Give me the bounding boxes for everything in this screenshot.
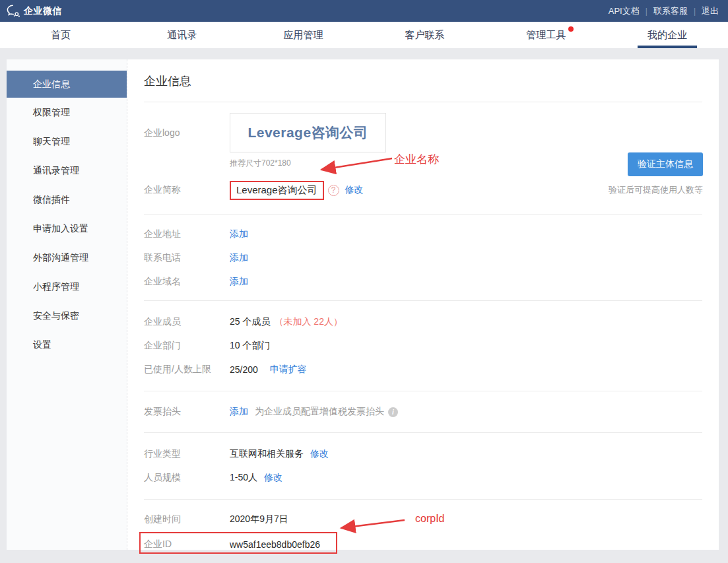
sidebar-item-chat-management[interactable]: 聊天管理: [7, 127, 127, 156]
sidebar-item-join-settings[interactable]: 申请加入设置: [7, 214, 127, 243]
brand-label: 企业微信: [24, 5, 62, 17]
tab-app-management[interactable]: 应用管理: [243, 22, 364, 48]
field-label: 人员规模: [144, 472, 230, 484]
content-card: 企业信息 权限管理 聊天管理 通讯录管理 微信插件 申请加入设置 外部沟通管理 …: [7, 59, 719, 550]
tab-label: 首页: [51, 29, 71, 42]
help-icon[interactable]: ?: [328, 185, 339, 196]
wework-logo-icon: [7, 5, 20, 18]
add-domain-link[interactable]: 添加: [230, 276, 248, 288]
main-nav: 首页 通讯录 应用管理 客户联系 管理工具 我的企业: [0, 22, 728, 48]
scale-row: 人员规模 1-50人 修改: [144, 466, 702, 490]
field-label: 企业logo: [144, 113, 230, 139]
topbar-link-support[interactable]: 联系客服: [653, 5, 688, 17]
tab-label: 通讯录: [167, 29, 197, 42]
separator: |: [694, 7, 696, 16]
field-label: 企业简称: [144, 184, 230, 196]
capacity-row: 已使用/人数上限 25/200 申请扩容: [144, 358, 702, 381]
not-joined-note: （未加入 22人）: [274, 316, 342, 328]
members-count: 25 个成员: [230, 316, 270, 328]
topbar: 企业微信 API文档 | 联系客服 | 退出: [0, 0, 728, 22]
annotation-box-company-name: Leverage咨询公司: [230, 181, 324, 200]
add-address-link[interactable]: 添加: [230, 228, 248, 240]
tab-admin-tools[interactable]: 管理工具: [485, 22, 607, 48]
brand: 企业微信: [7, 5, 62, 18]
company-address-row: 企业地址 添加: [144, 222, 702, 246]
industry-row: 行业类型 互联网和相关服务 修改: [144, 442, 702, 466]
members-row: 企业成员 25 个成员 （未加入 22人）: [144, 310, 702, 334]
field-label: 企业部门: [144, 340, 230, 352]
tab-label: 应用管理: [284, 29, 323, 42]
edit-scale-link[interactable]: 修改: [264, 472, 282, 484]
sidebar-item-settings[interactable]: 设置: [7, 330, 127, 359]
created-time-value: 2020年9月7日: [230, 513, 288, 525]
topbar-link-logout[interactable]: 退出: [702, 5, 719, 17]
tab-label: 我的企业: [647, 29, 687, 42]
sidebar: 企业信息 权限管理 聊天管理 通讯录管理 微信插件 申请加入设置 外部沟通管理 …: [7, 59, 127, 550]
contact-phone-row: 联系电话 添加: [144, 246, 702, 270]
tab-label: 管理工具: [526, 29, 566, 42]
industry-value: 互联网和相关服务: [230, 448, 304, 460]
verify-subject-button[interactable]: 验证主体信息: [628, 152, 703, 176]
tab-contacts[interactable]: 通讯录: [121, 22, 243, 48]
corpid-row: 企业ID ww5af1eeb8db0efb26: [144, 533, 702, 556]
add-phone-link[interactable]: 添加: [230, 252, 248, 264]
field-label: 发票抬头: [144, 406, 230, 418]
edit-shortname-link[interactable]: 修改: [345, 184, 364, 196]
sidebar-item-contacts-management[interactable]: 通讯录管理: [7, 156, 127, 185]
topbar-link-api-docs[interactable]: API文档: [609, 5, 640, 17]
red-dot-badge: [568, 26, 574, 32]
field-label: 企业地址: [144, 228, 230, 240]
corpid-value: ww5af1eeb8db0efb26: [230, 539, 320, 550]
tab-label: 客户联系: [405, 29, 444, 42]
sidebar-item-wechat-plugin[interactable]: 微信插件: [7, 185, 127, 214]
info-icon[interactable]: i: [388, 407, 398, 417]
add-invoice-link[interactable]: 添加: [230, 406, 248, 418]
sidebar-item-security[interactable]: 安全与保密: [7, 301, 127, 330]
section-meta: 创建时间 2020年9月7日 企业ID ww5af1eeb8db0efb26: [144, 500, 702, 556]
company-logo[interactable]: Leverage咨询公司: [230, 113, 386, 152]
field-label: 联系电话: [144, 252, 230, 264]
sidebar-item-external-communication[interactable]: 外部沟通管理: [7, 243, 127, 272]
sidebar-item-permissions[interactable]: 权限管理: [7, 98, 127, 127]
sidebar-item-company-info[interactable]: 企业信息: [7, 71, 127, 98]
company-domain-row: 企业域名 添加: [144, 270, 702, 294]
invoice-row: 发票抬头 添加 为企业成员配置增值税发票抬头 i: [144, 400, 702, 424]
field-label: 企业域名: [144, 276, 230, 288]
tab-my-company[interactable]: 我的企业: [607, 22, 728, 48]
main-panel: 企业信息 验证主体信息 验证后可提高使用人数等 企业logo Leverage咨…: [127, 59, 719, 550]
field-label: 行业类型: [144, 448, 230, 460]
verify-hint: 验证后可提高使用人数等: [609, 184, 703, 196]
capacity-value: 25/200: [230, 364, 258, 375]
scale-value: 1-50人: [230, 472, 257, 484]
edit-industry-link[interactable]: 修改: [310, 448, 329, 460]
section-contact: 企业地址 添加 联系电话 添加 企业域名 添加: [144, 215, 702, 301]
field-label: 创建时间: [144, 513, 230, 525]
request-expansion-link[interactable]: 申请扩容: [270, 364, 307, 376]
logo-size-hint: 推荐尺寸702*180: [230, 158, 386, 169]
separator: |: [645, 7, 647, 16]
field-label: 企业成员: [144, 316, 230, 328]
departments-row: 企业部门 10 个部门: [144, 334, 702, 358]
tab-customer-contact[interactable]: 客户联系: [364, 22, 485, 48]
section-members: 企业成员 25 个成员 （未加入 22人） 企业部门 10 个部门 已使用/人数…: [144, 301, 702, 391]
tab-home[interactable]: 首页: [0, 22, 121, 48]
departments-count: 10 个部门: [230, 340, 270, 352]
topbar-links: API文档 | 联系客服 | 退出: [609, 5, 719, 17]
page-title: 企业信息: [144, 69, 702, 102]
sidebar-item-miniprogram[interactable]: 小程序管理: [7, 272, 127, 301]
field-label: 企业ID: [144, 539, 230, 550]
invoice-desc: 为企业成员配置增值税发票抬头: [255, 406, 384, 418]
verify-area: 验证主体信息 验证后可提高使用人数等: [609, 152, 703, 196]
created-time-row: 创建时间 2020年9月7日: [144, 508, 702, 531]
section-profile: 行业类型 互联网和相关服务 修改 人员规模 1-50人 修改: [144, 433, 702, 500]
field-label: 已使用/人数上限: [144, 364, 230, 376]
section-invoice: 发票抬头 添加 为企业成员配置增值税发票抬头 i: [144, 391, 702, 433]
